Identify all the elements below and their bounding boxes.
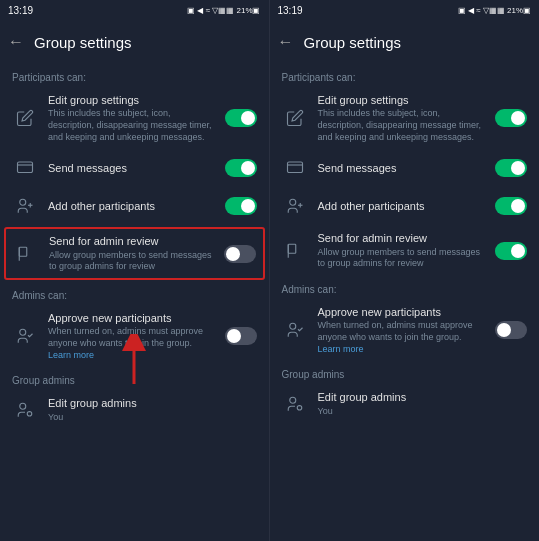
svg-rect-0 <box>18 162 33 173</box>
svg-rect-18 <box>288 244 296 253</box>
back-button-left[interactable]: ← <box>8 33 24 51</box>
setting-edit-group-desc-left: This includes the subject, icon, descrip… <box>48 108 215 143</box>
left-panel: 13:19 ▣ ◀ ≈ ▽▦▦ 21%▣ ← Group settings Pa… <box>0 0 270 541</box>
admin-icon-left <box>12 397 38 423</box>
svg-point-2 <box>20 200 26 206</box>
setting-add-participants-content-left: Add other participants <box>48 199 215 213</box>
page-title-left: Group settings <box>34 34 132 51</box>
setting-approve-title-left: Approve new participants <box>48 311 215 325</box>
setting-edit-group-left: Edit group settings This includes the su… <box>0 87 269 149</box>
section-label-group-admins-right: Group admins <box>270 361 540 384</box>
setting-approve-left: Approve new participants When turned on,… <box>0 305 269 367</box>
toggle-admin-review-right[interactable] <box>495 242 527 260</box>
setting-send-messages-content-right: Send messages <box>318 161 486 175</box>
setting-approve-content-left: Approve new participants When turned on,… <box>48 311 215 361</box>
setting-add-participants-title-right: Add other participants <box>318 199 486 213</box>
setting-approve-right: Approve new participants When turned on,… <box>270 299 540 361</box>
setting-admin-review-left: Send for admin review Allow group member… <box>4 227 265 280</box>
status-time-left: 13:19 <box>8 5 33 16</box>
setting-edit-admins-right: Edit group admins You <box>270 384 540 423</box>
svg-rect-5 <box>19 247 27 256</box>
svg-rect-13 <box>287 162 302 173</box>
status-icons-right: ▣ ◀ ≈ ▽▦▦ 21%▣ <box>458 6 531 15</box>
toggle-admin-review-left[interactable] <box>224 245 256 263</box>
svg-point-15 <box>289 200 295 206</box>
content-left: Participants can: Edit group settings Th… <box>0 64 269 541</box>
flag-icon-right <box>282 238 308 264</box>
status-icon-text-right: ▣ ◀ ≈ ▽▦▦ 21%▣ <box>458 6 531 15</box>
setting-edit-admins-content-left: Edit group admins You <box>48 396 257 423</box>
setting-edit-admins-left: Edit group admins You <box>0 390 269 429</box>
status-time-right: 13:19 <box>278 5 303 16</box>
setting-edit-group-title-left: Edit group settings <box>48 93 215 107</box>
svg-point-7 <box>20 329 26 335</box>
toggle-knob-admin-review-right <box>511 244 525 258</box>
flag-icon-left <box>13 241 39 267</box>
toggle-knob-admin-review-left <box>226 247 240 261</box>
setting-add-participants-title-left: Add other participants <box>48 199 215 213</box>
setting-edit-admins-title-right: Edit group admins <box>318 390 528 404</box>
toggle-edit-group-right[interactable] <box>495 109 527 127</box>
admin-icon-right <box>282 391 308 417</box>
svg-point-8 <box>20 403 26 409</box>
setting-send-messages-left: Send messages <box>0 149 269 187</box>
status-bar-left: 13:19 ▣ ◀ ≈ ▽▦▦ 21%▣ <box>0 0 269 20</box>
status-bar-right: 13:19 ▣ ◀ ≈ ▽▦▦ 21%▣ <box>270 0 540 20</box>
setting-send-messages-title-right: Send messages <box>318 161 486 175</box>
learn-more-right[interactable]: Learn more <box>318 344 364 354</box>
setting-add-participants-left: Add other participants <box>0 187 269 225</box>
section-label-admins-left: Admins can: <box>0 282 269 305</box>
toggle-add-participants-right[interactable] <box>495 197 527 215</box>
setting-admin-review-content-right: Send for admin review Allow group member… <box>318 231 486 270</box>
setting-edit-group-right: Edit group settings This includes the su… <box>270 87 540 149</box>
toggle-knob-approve-right <box>497 323 511 337</box>
section-label-group-admins-left: Group admins <box>0 367 269 390</box>
status-icons-left: ▣ ◀ ≈ ▽▦▦ 21%▣ <box>187 6 260 15</box>
header-left: ← Group settings <box>0 20 269 64</box>
person-add-icon-left <box>12 193 38 219</box>
content-right: Participants can: Edit group settings Th… <box>270 64 540 541</box>
setting-add-participants-content-right: Add other participants <box>318 199 486 213</box>
setting-add-participants-right: Add other participants <box>270 187 540 225</box>
toggle-knob-send-messages-right <box>511 161 525 175</box>
setting-send-messages-right: Send messages <box>270 149 540 187</box>
toggle-knob-approve-left <box>227 329 241 343</box>
setting-edit-group-title-right: Edit group settings <box>318 93 486 107</box>
setting-send-messages-content-left: Send messages <box>48 161 215 175</box>
section-label-participants-left: Participants can: <box>0 64 269 87</box>
setting-send-messages-title-left: Send messages <box>48 161 215 175</box>
setting-edit-group-content-right: Edit group settings This includes the su… <box>318 93 486 143</box>
toggle-knob-add-participants-left <box>241 199 255 213</box>
toggle-knob-edit-group-left <box>241 111 255 125</box>
setting-approve-content-right: Approve new participants When turned on,… <box>318 305 486 355</box>
setting-admin-review-right: Send for admin review Allow group member… <box>270 225 540 276</box>
pencil-icon-right <box>282 105 308 131</box>
pencil-icon-left <box>12 105 38 131</box>
setting-admin-review-content-left: Send for admin review Allow group member… <box>49 234 214 273</box>
svg-point-20 <box>289 323 295 329</box>
toggle-approve-right[interactable] <box>495 321 527 339</box>
toggle-send-messages-left[interactable] <box>225 159 257 177</box>
toggle-knob-send-messages-left <box>241 161 255 175</box>
setting-edit-admins-title-left: Edit group admins <box>48 396 257 410</box>
setting-admin-review-title-left: Send for admin review <box>49 234 214 248</box>
toggle-knob-edit-group-right <box>511 111 525 125</box>
toggle-edit-group-left[interactable] <box>225 109 257 127</box>
toggle-add-participants-left[interactable] <box>225 197 257 215</box>
page-title-right: Group settings <box>304 34 402 51</box>
setting-edit-admins-desc-left: You <box>48 412 257 424</box>
setting-edit-admins-content-right: Edit group admins You <box>318 390 528 417</box>
person-check-icon-right <box>282 317 308 343</box>
setting-admin-review-title-right: Send for admin review <box>318 231 486 245</box>
toggle-send-messages-right[interactable] <box>495 159 527 177</box>
status-icon-text-left: ▣ ◀ ≈ ▽▦▦ 21%▣ <box>187 6 260 15</box>
setting-edit-admins-desc-right: You <box>318 406 528 418</box>
toggle-approve-left[interactable] <box>225 327 257 345</box>
learn-more-left[interactable]: Learn more <box>48 350 94 360</box>
setting-admin-review-desc-left: Allow group members to send messages to … <box>49 250 214 273</box>
section-label-admins-right: Admins can: <box>270 276 540 299</box>
setting-approve-title-right: Approve new participants <box>318 305 486 319</box>
person-add-icon-right <box>282 193 308 219</box>
back-button-right[interactable]: ← <box>278 33 294 51</box>
right-panel: 13:19 ▣ ◀ ≈ ▽▦▦ 21%▣ ← Group settings Pa… <box>270 0 540 541</box>
